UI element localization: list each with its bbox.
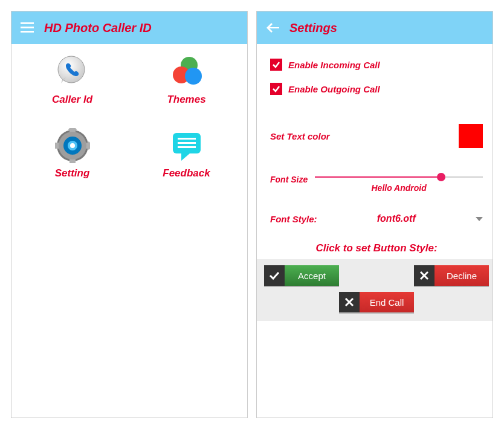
font-style-row: Font Style: font6.otf <box>270 213 483 224</box>
enable-outgoing-label: Enable Outgoing Call <box>288 84 380 94</box>
check-icon <box>264 265 285 286</box>
grid-item-caller-id[interactable]: Caller Id <box>15 53 129 106</box>
text-color-swatch[interactable] <box>459 124 483 148</box>
font-size-preview: Hello Android <box>371 183 426 193</box>
svg-rect-21 <box>178 146 196 148</box>
grid-item-label: Themes <box>167 94 205 106</box>
svg-rect-2 <box>21 31 34 33</box>
slider-fill <box>315 176 441 178</box>
close-icon <box>414 265 435 286</box>
enable-incoming-label: Enable Incoming Call <box>288 60 380 70</box>
home-screen: HD Photo Caller ID Caller Id <box>11 11 248 418</box>
enable-incoming-row: Enable Incoming Call <box>270 59 483 71</box>
home-topbar: HD Photo Caller ID <box>11 11 247 44</box>
grid-item-label: Feedback <box>163 167 210 179</box>
decline-button[interactable]: Decline <box>414 265 489 286</box>
close-icon <box>339 292 360 312</box>
text-color-label: Set Text color <box>270 131 330 141</box>
color-circles-icon <box>167 53 206 91</box>
phone-bubble-icon <box>53 53 92 91</box>
font-size-slider[interactable] <box>315 171 483 183</box>
grid-item-feedback[interactable]: Feedback <box>129 126 244 179</box>
svg-point-17 <box>70 143 75 148</box>
enable-outgoing-checkbox[interactable] <box>270 83 282 95</box>
svg-rect-20 <box>178 142 196 144</box>
svg-rect-0 <box>21 22 34 24</box>
accept-button[interactable]: Accept <box>264 265 339 286</box>
settings-screen: Settings Enable Incoming Call Enable Out… <box>256 11 493 418</box>
font-size-row: Font Size Hello Android <box>270 171 483 193</box>
grid-item-setting[interactable]: Setting <box>15 126 129 179</box>
accept-button-label: Accept <box>285 265 339 286</box>
menu-icon[interactable] <box>20 21 34 35</box>
chat-icon <box>167 126 206 165</box>
settings-topbar: Settings <box>257 11 493 44</box>
enable-outgoing-row: Enable Outgoing Call <box>270 83 483 95</box>
font-size-label: Font Size <box>270 171 308 184</box>
dropdown-icon[interactable] <box>476 217 483 221</box>
text-color-row: Set Text color <box>270 124 483 148</box>
grid-item-label: Setting <box>55 167 90 179</box>
enable-incoming-checkbox[interactable] <box>270 59 282 71</box>
svg-rect-1 <box>21 27 34 28</box>
end-call-button[interactable]: End Call <box>339 292 414 312</box>
grid-item-label: Caller Id <box>52 94 92 106</box>
home-grid: Caller Id Themes <box>11 44 247 188</box>
svg-rect-19 <box>178 138 196 140</box>
end-call-button-label: End Call <box>360 292 414 312</box>
button-style-caption: Click to set Button Style: <box>270 242 483 254</box>
home-title: HD Photo Caller ID <box>44 21 152 35</box>
font-style-value[interactable]: font6.otf <box>335 213 458 224</box>
grid-item-themes[interactable]: Themes <box>129 53 244 106</box>
back-icon[interactable] <box>265 21 280 35</box>
font-style-label: Font Style: <box>270 214 317 224</box>
button-style-area: Accept Decline End Call <box>257 259 493 321</box>
svg-point-6 <box>185 68 202 85</box>
settings-title: Settings <box>289 21 337 35</box>
slider-thumb[interactable] <box>437 173 445 181</box>
decline-button-label: Decline <box>435 265 489 286</box>
gear-icon <box>53 126 92 165</box>
